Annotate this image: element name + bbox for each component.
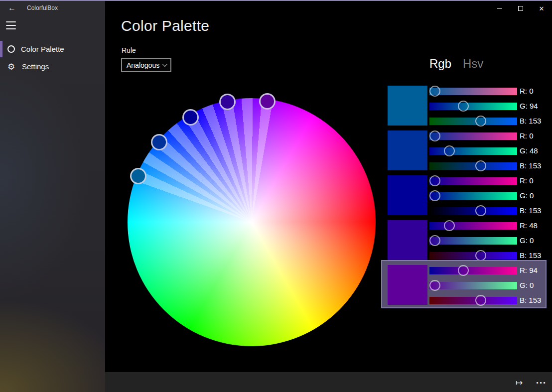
b-value-label: B: 153 bbox=[520, 206, 546, 216]
sidebar-item-settings[interactable]: ⚙ Settings bbox=[0, 58, 105, 75]
circle-outline-icon bbox=[7, 45, 15, 53]
back-arrow-icon: ← bbox=[8, 3, 16, 12]
maximize-button[interactable] bbox=[510, 1, 531, 16]
b-value-label: B: 153 bbox=[520, 161, 546, 171]
g-slider[interactable] bbox=[429, 282, 517, 289]
wheel-marker[interactable] bbox=[259, 93, 276, 110]
slider-thumb[interactable] bbox=[429, 131, 440, 141]
hamburger-icon bbox=[6, 21, 16, 22]
color-swatch[interactable] bbox=[388, 175, 427, 215]
b-slider[interactable] bbox=[429, 162, 517, 170]
r-value-label: R: 0 bbox=[520, 176, 546, 186]
wheel-marker[interactable] bbox=[182, 109, 199, 126]
maximize-icon bbox=[518, 6, 523, 11]
g-value-label: G: 94 bbox=[520, 101, 546, 111]
rule-dropdown-value: Analogous bbox=[127, 61, 162, 69]
gear-icon: ⚙ bbox=[6, 62, 16, 72]
wheel-marker[interactable] bbox=[151, 134, 167, 150]
b-value-label: B: 153 bbox=[520, 251, 546, 261]
window-controls: ✕ bbox=[489, 1, 552, 16]
b-slider[interactable] bbox=[429, 118, 517, 125]
color-swatch[interactable] bbox=[388, 86, 427, 126]
slider-thumb[interactable] bbox=[475, 295, 486, 306]
g-value-label: G: 0 bbox=[520, 280, 546, 290]
slider-thumb[interactable] bbox=[429, 280, 440, 291]
color-swatch[interactable] bbox=[388, 220, 427, 260]
expand-pane-button[interactable]: ↦ bbox=[508, 372, 530, 392]
sidebar-item-color-palette[interactable]: Color Palette bbox=[0, 41, 105, 57]
slider-thumb[interactable] bbox=[475, 160, 486, 171]
selection-accent-bar bbox=[0, 41, 2, 57]
page-title: Color Palette bbox=[121, 17, 209, 34]
b-value-label: B: 153 bbox=[520, 295, 546, 305]
palette-row[interactable]: R: 0G: 94B: 153 bbox=[382, 82, 546, 128]
r-value-label: R: 0 bbox=[520, 131, 546, 141]
r-slider[interactable] bbox=[429, 132, 517, 140]
color-wheel[interactable] bbox=[128, 98, 376, 346]
app-window: ← ColorfulBox Color Palette ⚙ Settings ✕… bbox=[0, 0, 552, 392]
r-value-label: R: 94 bbox=[520, 265, 546, 275]
rule-label: Rule bbox=[122, 46, 136, 54]
palette-row[interactable]: R: 0G: 0B: 153 bbox=[382, 171, 546, 218]
expand-arrow-icon: ↦ bbox=[516, 378, 523, 388]
wheel-marker[interactable] bbox=[130, 168, 146, 184]
chevron-down-icon bbox=[162, 62, 167, 67]
palette-row[interactable]: R: 94G: 0B: 153 bbox=[382, 261, 546, 307]
g-value-label: G: 48 bbox=[520, 146, 546, 156]
g-slider[interactable] bbox=[429, 103, 517, 110]
tab-rgb[interactable]: Rgb bbox=[429, 57, 451, 71]
slider-thumb[interactable] bbox=[475, 116, 486, 127]
slider-thumb[interactable] bbox=[444, 145, 455, 156]
color-wheel-selection-rays bbox=[128, 98, 376, 346]
more-icon: ··· bbox=[536, 378, 546, 388]
main-content: ✕ Color Palette Rule Analogous Rgb Hsv R… bbox=[105, 1, 552, 371]
slider-thumb[interactable] bbox=[458, 101, 469, 112]
slider-thumb[interactable] bbox=[429, 235, 440, 246]
r-slider[interactable] bbox=[429, 267, 517, 274]
slider-thumb[interactable] bbox=[429, 190, 440, 201]
b-slider[interactable] bbox=[429, 252, 517, 260]
command-bar: ↦ ··· bbox=[105, 372, 552, 392]
hamburger-menu-button[interactable] bbox=[6, 21, 16, 29]
slider-thumb[interactable] bbox=[475, 250, 486, 261]
sidebar-item-label: Settings bbox=[22, 62, 49, 71]
sidebar-item-label: Color Palette bbox=[21, 45, 64, 53]
close-icon: ✕ bbox=[539, 5, 545, 12]
minimize-icon bbox=[497, 8, 502, 9]
slider-thumb[interactable] bbox=[458, 265, 469, 276]
color-swatch[interactable] bbox=[388, 265, 427, 305]
r-slider[interactable] bbox=[429, 222, 517, 230]
g-slider[interactable] bbox=[429, 192, 517, 200]
tab-hsv[interactable]: Hsv bbox=[463, 57, 483, 71]
r-slider[interactable] bbox=[429, 88, 517, 95]
r-value-label: R: 48 bbox=[520, 221, 546, 231]
g-slider[interactable] bbox=[429, 147, 517, 155]
r-slider[interactable] bbox=[429, 177, 517, 185]
minimize-button[interactable] bbox=[489, 1, 510, 16]
slider-thumb[interactable] bbox=[444, 220, 455, 231]
close-button[interactable]: ✕ bbox=[531, 1, 552, 16]
back-button[interactable]: ← bbox=[4, 1, 20, 15]
color-mode-tabs: Rgb Hsv bbox=[429, 57, 483, 71]
rule-dropdown[interactable]: Analogous bbox=[121, 58, 171, 72]
navigation-pane: ← ColorfulBox Color Palette ⚙ Settings bbox=[0, 1, 105, 392]
palette-row[interactable]: R: 0G: 48B: 153 bbox=[382, 127, 546, 173]
wheel-marker[interactable] bbox=[219, 94, 236, 110]
slider-thumb[interactable] bbox=[429, 86, 440, 97]
b-value-label: B: 153 bbox=[520, 116, 546, 126]
sidebar-titlebar: ← ColorfulBox bbox=[0, 1, 105, 16]
slider-thumb[interactable] bbox=[475, 205, 486, 216]
color-swatch[interactable] bbox=[388, 131, 427, 170]
slider-thumb[interactable] bbox=[429, 175, 440, 186]
g-value-label: G: 0 bbox=[520, 236, 546, 246]
r-value-label: R: 0 bbox=[520, 86, 546, 96]
palette-row[interactable]: R: 48G: 0B: 153 bbox=[382, 216, 546, 262]
g-slider[interactable] bbox=[429, 237, 517, 245]
g-value-label: G: 0 bbox=[520, 191, 546, 201]
b-slider[interactable] bbox=[429, 207, 517, 215]
app-title: ColorfulBox bbox=[27, 4, 58, 11]
b-slider[interactable] bbox=[429, 297, 517, 304]
more-button[interactable]: ··· bbox=[530, 372, 552, 392]
